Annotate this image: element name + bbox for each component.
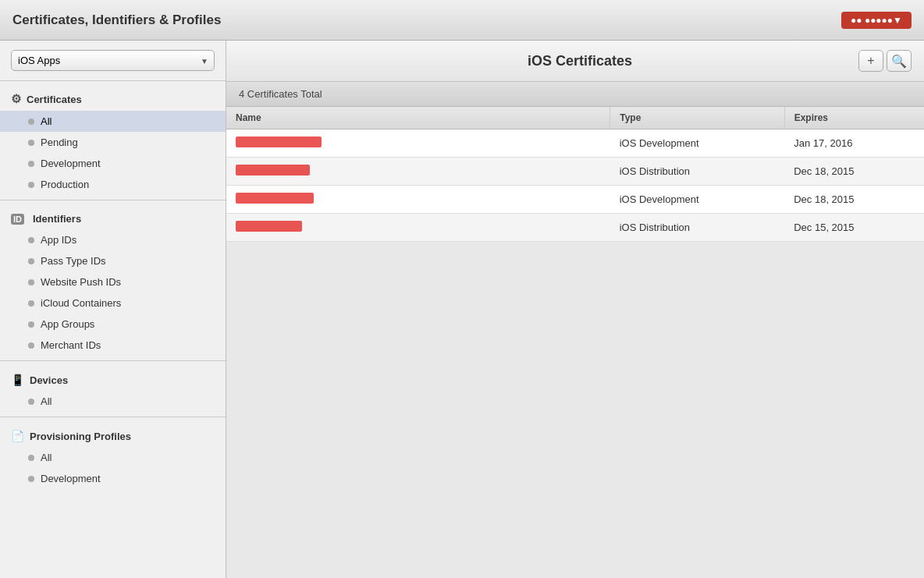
redacted-name xyxy=(236,193,314,204)
bullet-icon xyxy=(28,455,34,461)
sidebar-item-prov-development[interactable]: Development xyxy=(0,468,226,489)
bullet-icon xyxy=(28,321,34,328)
bullet-icon xyxy=(28,399,34,405)
bullet-icon xyxy=(28,237,34,243)
cert-type-cell: iOS Development xyxy=(610,129,785,158)
sidebar-section-provisioning: 📄 Provisioning Profiles xyxy=(0,422,226,447)
cert-type-cell: iOS Development xyxy=(610,186,785,214)
divider-2 xyxy=(0,360,226,361)
certificates-icon: ⚙ xyxy=(11,92,21,106)
content-area: iOS Certificates + 🔍 4 Certificates Tota… xyxy=(226,41,924,578)
sidebar: iOS Apps Mac Apps tvOS Apps watchOS Apps… xyxy=(0,41,226,578)
sidebar-item-prov-all[interactable]: All xyxy=(0,447,226,468)
sidebar-item-website-push-ids[interactable]: Website Push IDs xyxy=(0,271,226,293)
sidebar-item-devices-all[interactable]: All xyxy=(0,391,226,412)
divider-3 xyxy=(0,417,226,417)
bullet-icon xyxy=(28,476,34,482)
sidebar-item-certs-all[interactable]: All xyxy=(0,111,226,132)
cert-name-cell xyxy=(226,186,610,214)
redacted-name xyxy=(236,221,302,232)
bullet-icon xyxy=(28,258,34,264)
bullet-icon xyxy=(28,140,34,146)
provisioning-icon: 📄 xyxy=(11,430,24,442)
bullet-icon xyxy=(28,279,34,285)
cert-name-cell xyxy=(226,158,610,186)
main-layout: iOS Apps Mac Apps tvOS Apps watchOS Apps… xyxy=(0,41,924,578)
title-bar: Certificates, Identifiers & Profiles ●● … xyxy=(0,0,924,41)
bullet-icon xyxy=(28,342,34,349)
platform-dropdown-wrapper: iOS Apps Mac Apps tvOS Apps watchOS Apps… xyxy=(11,50,215,71)
sidebar-item-icloud-containers[interactable]: iCloud Containers xyxy=(0,293,226,314)
bullet-icon xyxy=(28,119,34,125)
sidebar-section-identifiers: ID Identifiers xyxy=(0,205,226,229)
table-container[interactable]: Name Type Expires iOS DevelopmentJan 17,… xyxy=(226,107,924,578)
bullet-icon xyxy=(28,300,34,307)
sidebar-item-pass-type-ids[interactable]: Pass Type IDs xyxy=(0,250,226,271)
cert-table-body: iOS DevelopmentJan 17, 2016iOS Distribut… xyxy=(226,129,924,242)
certificates-table: Name Type Expires iOS DevelopmentJan 17,… xyxy=(226,107,924,242)
sidebar-item-merchant-ids[interactable]: Merchant IDs xyxy=(0,335,226,356)
table-header-row: Name Type Expires xyxy=(226,107,924,129)
sidebar-section-certificates: ⚙ Certificates xyxy=(0,84,226,111)
content-title: iOS Certificates xyxy=(301,53,858,69)
cert-type-cell: iOS Distribution xyxy=(610,214,785,242)
device-icon: 📱 xyxy=(11,374,24,386)
sidebar-item-certs-production[interactable]: Production xyxy=(0,174,226,195)
cert-expires-cell: Dec 18, 2015 xyxy=(784,186,924,214)
cert-name-cell xyxy=(226,129,610,158)
sidebar-item-certs-pending[interactable]: Pending xyxy=(0,132,226,153)
search-button[interactable]: 🔍 xyxy=(887,50,912,72)
dropdown-container: iOS Apps Mac Apps tvOS Apps watchOS Apps… xyxy=(0,41,226,81)
redacted-name xyxy=(236,137,322,147)
add-certificate-button[interactable]: + xyxy=(858,50,883,72)
cert-count-label: 4 Certificates Total xyxy=(239,88,322,100)
header-buttons: + 🔍 xyxy=(858,50,912,72)
cert-expires-cell: Dec 18, 2015 xyxy=(784,158,924,186)
cert-expires-cell: Dec 15, 2015 xyxy=(784,214,924,242)
user-badge[interactable]: ●● ●●●●●▼ xyxy=(841,12,912,29)
platform-dropdown[interactable]: iOS Apps Mac Apps tvOS Apps watchOS Apps xyxy=(11,50,215,71)
table-row[interactable]: iOS DevelopmentDec 18, 2015 xyxy=(226,186,924,214)
sidebar-item-app-ids[interactable]: App IDs xyxy=(0,229,226,250)
table-row[interactable]: iOS DevelopmentJan 17, 2016 xyxy=(226,129,924,158)
bullet-icon xyxy=(28,182,34,188)
app-title: Certificates, Identifiers & Profiles xyxy=(12,12,221,28)
divider-1 xyxy=(0,200,226,200)
sidebar-item-app-groups[interactable]: App Groups xyxy=(0,314,226,335)
redacted-name xyxy=(236,165,310,176)
search-icon: 🔍 xyxy=(891,54,907,69)
cert-name-cell xyxy=(226,214,610,242)
sidebar-item-certs-development[interactable]: Development xyxy=(0,153,226,174)
sidebar-section-devices: 📱 Devices xyxy=(0,366,226,391)
identifiers-icon: ID xyxy=(11,214,24,225)
col-header-name: Name xyxy=(226,107,610,129)
bullet-icon xyxy=(28,161,34,167)
cert-expires-cell: Jan 17, 2016 xyxy=(784,129,924,158)
summary-bar: 4 Certificates Total xyxy=(226,82,924,107)
col-header-type: Type xyxy=(610,107,785,129)
table-row[interactable]: iOS DistributionDec 18, 2015 xyxy=(226,158,924,186)
content-header: iOS Certificates + 🔍 xyxy=(226,41,924,82)
cert-type-cell: iOS Distribution xyxy=(610,158,785,186)
col-header-expires: Expires xyxy=(784,107,924,129)
table-row[interactable]: iOS DistributionDec 15, 2015 xyxy=(226,214,924,242)
